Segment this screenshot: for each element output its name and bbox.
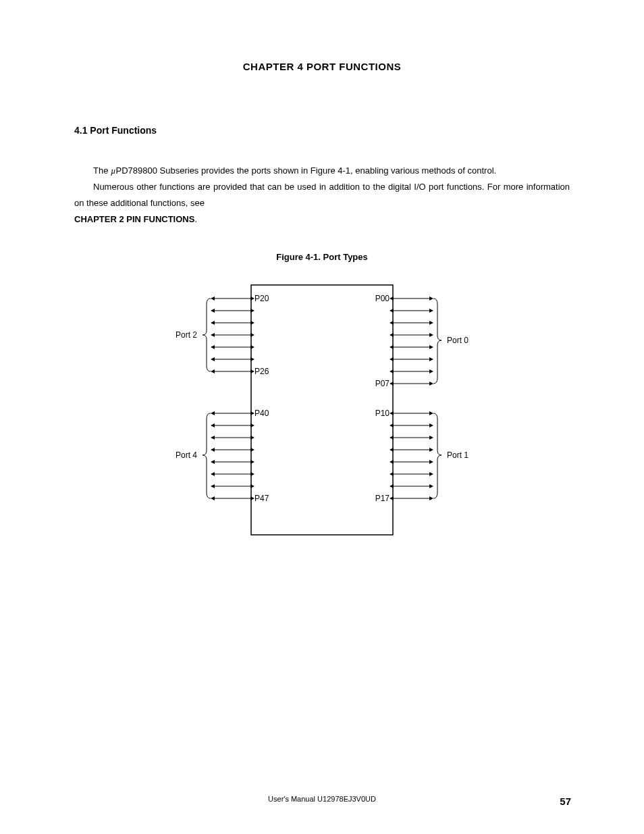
svg-rect-0 [251, 285, 393, 535]
para2-bold: CHAPTER 2 PIN FUNCTIONS [74, 214, 194, 224]
label-p47: P47 [254, 494, 269, 503]
figure-title: Figure 4-1. Port Types [74, 252, 570, 262]
label-p26: P26 [254, 367, 269, 376]
para1a: The [93, 165, 111, 176]
label-port4: Port 4 [176, 450, 197, 460]
body-paragraphs: The µPD789800 Subseries provides the por… [74, 163, 570, 228]
label-p07: P07 [375, 379, 390, 388]
para2-dot: . [194, 214, 197, 224]
chapter-title: CHAPTER 4 PORT FUNCTIONS [74, 61, 570, 72]
label-p40: P40 [254, 409, 269, 418]
label-port0: Port 0 [447, 336, 468, 345]
port-diagram: Port 2 P20 P26 Port 4 [74, 278, 570, 542]
label-p00: P00 [375, 294, 390, 303]
label-p20: P20 [254, 294, 269, 303]
label-port1: Port 1 [447, 450, 468, 460]
page-number: 57 [560, 796, 571, 807]
para2a: Numerous other functions are provided th… [74, 179, 570, 211]
footer-text: User's Manual U12978EJ3V0UD [0, 795, 644, 803]
mu-char: µ [111, 165, 116, 176]
label-p10: P10 [375, 409, 390, 418]
label-port2: Port 2 [176, 330, 197, 340]
para1b: PD789800 Subseries provides the ports sh… [116, 165, 497, 176]
section-title: 4.1 Port Functions [74, 125, 570, 136]
label-p17: P17 [375, 494, 390, 503]
